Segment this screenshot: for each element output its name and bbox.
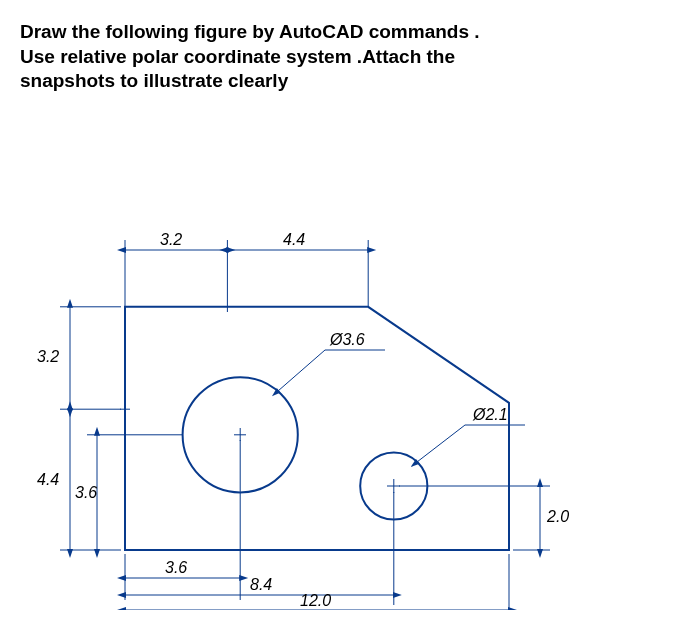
cad-drawing: 3.2 4.4 3.2 4.4 3.6 3.6 8.4 12.0 2.0 Ø3.… — [25, 150, 665, 610]
leader-d1 — [278, 350, 325, 391]
dim-label: 8.4 — [250, 576, 272, 593]
dim-label: Ø2.1 — [472, 406, 508, 423]
dim-label: Ø3.6 — [329, 331, 365, 348]
instruction-line2: Use relative polar coordinate system .At… — [20, 46, 455, 67]
leader-d2 — [417, 425, 465, 462]
dim-label: 2.0 — [546, 508, 569, 525]
dim-label: 12.0 — [300, 592, 331, 609]
dim-label: 3.6 — [165, 559, 187, 576]
dim-label: 4.4 — [37, 471, 59, 488]
instruction-text: Draw the following figure by AutoCAD com… — [20, 20, 667, 94]
instruction-line3: snapshots to illustrate clearly — [20, 70, 288, 91]
instruction-line1: Draw the following figure by AutoCAD com… — [20, 21, 480, 42]
dim-label: 4.4 — [283, 231, 305, 248]
dim-label: 3.2 — [160, 231, 182, 248]
drawing-svg: 3.2 4.4 3.2 4.4 3.6 3.6 8.4 12.0 2.0 Ø3.… — [25, 150, 665, 610]
dim-label: 3.6 — [75, 484, 97, 501]
dim-label: 3.2 — [37, 348, 59, 365]
